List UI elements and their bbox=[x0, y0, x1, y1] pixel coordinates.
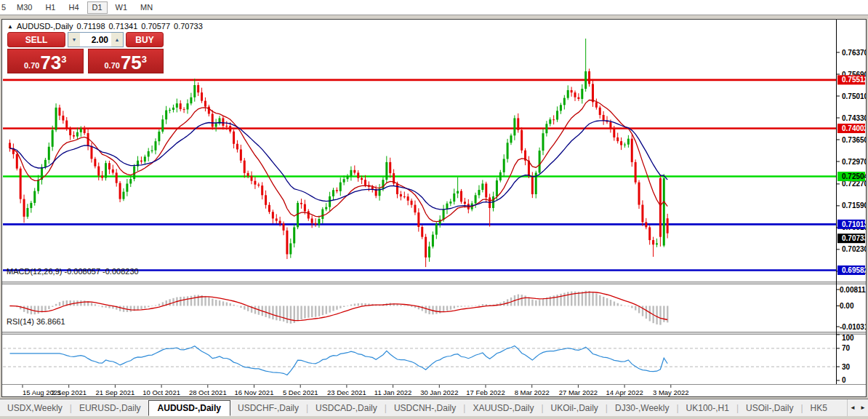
tab-eurusd-daily[interactable]: EURUSD-,Daily bbox=[72, 401, 148, 415]
chart-window: ▲ AUDUSD-,Daily 0.71198 0.71341 0.70577 … bbox=[1, 19, 867, 397]
sell-big-figure: 0.70 bbox=[24, 61, 39, 70]
tab-usdchf-daily[interactable]: USDCHF-,Daily bbox=[230, 401, 306, 415]
svg-text:11 Jan 2022: 11 Jan 2022 bbox=[374, 388, 412, 396]
tab-scroll-buttons: ◄ ► bbox=[847, 399, 868, 416]
macd-signal-value: -0.008230 bbox=[103, 267, 139, 276]
tab-uk100-h1[interactable]: UK100-,H1 bbox=[679, 401, 736, 415]
svg-text:70: 70 bbox=[842, 344, 851, 352]
volume-spinner: ▼ 2.00 ▲ bbox=[68, 32, 124, 47]
svg-text:0.74330: 0.74330 bbox=[842, 114, 866, 122]
chart-symbol-label: AUDUSD-,Daily bbox=[17, 22, 73, 31]
buy-pipette: 3 bbox=[142, 54, 147, 65]
svg-text:2 Sep 2021: 2 Sep 2021 bbox=[51, 388, 87, 396]
current-price-label: 0.70733 bbox=[837, 234, 866, 243]
svg-text:14 Apr 2022: 14 Apr 2022 bbox=[606, 388, 643, 396]
tab-audusd-daily[interactable]: AUDUSD-,Daily bbox=[148, 400, 230, 416]
timeframe-button-h1[interactable]: H1 bbox=[40, 1, 60, 14]
timeframe-button-m30[interactable]: M30 bbox=[12, 1, 37, 14]
svg-text:0.75512: 0.75512 bbox=[842, 76, 866, 84]
volume-increase-icon[interactable]: ▲ bbox=[111, 33, 123, 47]
svg-text:-0.010311: -0.010311 bbox=[840, 323, 866, 331]
sell-price-display[interactable]: 0.70 73 3 bbox=[7, 49, 84, 73]
sell-pips: 73 bbox=[40, 53, 61, 72]
svg-text:23 Dec 2021: 23 Dec 2021 bbox=[327, 388, 366, 396]
one-click-trade-panel: SELL ▼ 2.00 ▲ BUY 0.70 73 3 0.70 75 3 bbox=[7, 32, 164, 73]
tab-hk50[interactable]: HK5 bbox=[803, 401, 835, 415]
svg-text:3 May 2022: 3 May 2022 bbox=[653, 388, 689, 396]
svg-text:8 Mar 2022: 8 Mar 2022 bbox=[515, 388, 550, 396]
volume-decrease-icon[interactable]: ▼ bbox=[68, 33, 80, 47]
timeframe-button-w1[interactable]: W1 bbox=[110, 1, 133, 14]
svg-text:0.73650: 0.73650 bbox=[842, 136, 866, 144]
price-line-label: 0.72504 bbox=[837, 172, 866, 181]
svg-text:0.70733: 0.70733 bbox=[842, 234, 866, 242]
svg-text:27 Mar 2022: 27 Mar 2022 bbox=[559, 388, 598, 396]
timeframe-button-d1[interactable]: D1 bbox=[87, 1, 108, 14]
tab-dj30-weekly[interactable]: DJ30-,Weekly bbox=[608, 401, 676, 415]
price-line-label: 0.71013 bbox=[837, 220, 866, 229]
chart-title: ▲ AUDUSD-,Daily 0.71198 0.71341 0.70577 … bbox=[7, 22, 203, 31]
tab-usdcad-daily[interactable]: USDCAD-,Daily bbox=[308, 401, 385, 415]
price-line-label: 0.74002 bbox=[837, 124, 866, 133]
timeframe-button-mn[interactable]: MN bbox=[135, 1, 158, 14]
macd-main-value: -0.008057 bbox=[64, 267, 100, 276]
svg-text:16 Nov 2021: 16 Nov 2021 bbox=[235, 388, 274, 396]
tab-scroll-left-icon[interactable]: ◄ bbox=[848, 404, 858, 411]
window-bottom-edge bbox=[0, 416, 868, 419]
svg-text:5 Dec 2021: 5 Dec 2021 bbox=[283, 388, 318, 396]
tab-usoil-daily[interactable]: USOil-,Daily bbox=[739, 401, 800, 415]
sell-button[interactable]: SELL bbox=[7, 32, 65, 47]
svg-text:0.72504: 0.72504 bbox=[842, 172, 866, 180]
svg-text:0.00811: 0.00811 bbox=[840, 286, 866, 294]
svg-text:10 Oct 2021: 10 Oct 2021 bbox=[142, 388, 180, 396]
ohlc-close: 0.70733 bbox=[174, 22, 203, 31]
rsi-value: 36.8661 bbox=[36, 317, 65, 326]
rsi-indicator-label: RSI(14) 36.8661 bbox=[7, 317, 65, 326]
timeframe-button-m5[interactable]: 5 bbox=[0, 1, 9, 14]
tab-usdx-weekly[interactable]: USDX,Weekly bbox=[0, 401, 70, 415]
ohlc-high: 0.71341 bbox=[109, 22, 138, 31]
svg-text:17 Feb 2022: 17 Feb 2022 bbox=[466, 388, 505, 396]
svg-text:100: 100 bbox=[842, 334, 854, 342]
svg-text:28 Oct 2021: 28 Oct 2021 bbox=[189, 388, 227, 396]
macd-indicator-label: MACD(12,26,9) -0.008057 -0.008230 bbox=[7, 267, 139, 276]
svg-text:0.70230: 0.70230 bbox=[842, 245, 866, 253]
svg-text:0.75010: 0.75010 bbox=[842, 92, 866, 100]
tab-ukoil-daily[interactable]: UKOil-,Daily bbox=[544, 401, 606, 415]
collapse-panel-icon[interactable]: ▲ bbox=[7, 23, 13, 30]
tab-scroll-right-icon[interactable]: ► bbox=[858, 404, 868, 411]
timeframe-button-h4[interactable]: H4 bbox=[63, 1, 84, 14]
svg-text:0.71590: 0.71590 bbox=[842, 201, 866, 210]
rsi-name: RSI(14) bbox=[7, 317, 34, 326]
buy-price-display[interactable]: 0.70 75 3 bbox=[88, 49, 164, 73]
buy-big-figure: 0.70 bbox=[104, 61, 119, 70]
svg-text:0.00: 0.00 bbox=[840, 302, 854, 310]
price-line-label: 0.69582 bbox=[837, 266, 866, 275]
timeframe-toolbar: 5 M30 H1 H4 D1 W1 MN bbox=[0, 0, 868, 15]
sell-pipette: 3 bbox=[61, 54, 66, 65]
ohlc-low: 0.70577 bbox=[141, 22, 170, 31]
chart-canvas[interactable]: 0.763700.756900.750100.743300.736500.729… bbox=[2, 20, 866, 396]
svg-text:0.74002: 0.74002 bbox=[842, 124, 866, 132]
svg-text:0.72970: 0.72970 bbox=[842, 158, 866, 166]
svg-text:30: 30 bbox=[842, 363, 851, 371]
svg-text:0.71013: 0.71013 bbox=[842, 220, 866, 228]
svg-text:0: 0 bbox=[842, 376, 846, 384]
buy-button[interactable]: BUY bbox=[126, 32, 164, 47]
svg-text:0.76370: 0.76370 bbox=[842, 49, 866, 57]
ohlc-open: 0.71198 bbox=[77, 22, 105, 31]
svg-text:30 Jan 2022: 30 Jan 2022 bbox=[420, 388, 458, 396]
macd-name: MACD(12,26,9) bbox=[7, 267, 62, 276]
price-line-label: 0.75512 bbox=[837, 75, 866, 84]
volume-input[interactable]: 2.00 bbox=[80, 33, 111, 47]
svg-text:0.69582: 0.69582 bbox=[842, 266, 866, 274]
chart-tab-bar: USDX,Weekly | EURUSD-,Daily AUDUSD-,Dail… bbox=[0, 399, 868, 416]
buy-pips: 75 bbox=[121, 53, 142, 72]
tab-usdcnh-daily[interactable]: USDCNH-,Daily bbox=[387, 401, 463, 415]
tab-xauusd-daily[interactable]: XAUUSD-,Daily bbox=[465, 401, 541, 415]
svg-text:21 Sep 2021: 21 Sep 2021 bbox=[95, 388, 134, 396]
